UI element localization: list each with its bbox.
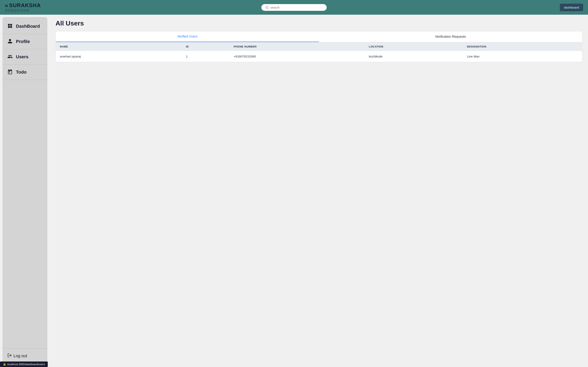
search-container bbox=[261, 4, 327, 11]
status-bar: 🔒 localhost:3000/dashboard/users bbox=[0, 361, 48, 367]
sidebar-users-label: Users bbox=[16, 54, 28, 59]
logo-container: « SURAKSHA SURAKSHA bbox=[5, 2, 41, 13]
person-icon bbox=[7, 39, 13, 45]
main-content: All Users Verified Users Verification Re… bbox=[50, 15, 588, 367]
svg-rect-3 bbox=[10, 24, 12, 26]
search-box bbox=[261, 4, 327, 11]
sidebar: DashBoard Profile Users bbox=[2, 17, 47, 365]
table-header-row: NAME ID PHONE NUMBER LOCATION DESIGNATIO… bbox=[56, 42, 582, 51]
svg-rect-5 bbox=[10, 26, 12, 28]
logo-chevrons: « bbox=[5, 2, 8, 9]
cell-name: sreehari jayaraj bbox=[56, 51, 182, 62]
tabs: Verified Users Verification Requests bbox=[56, 31, 582, 42]
col-designation: DESIGNATION bbox=[463, 42, 582, 51]
logo-reflection: SURAKSHA bbox=[5, 8, 30, 13]
sidebar-todo-label: Todo bbox=[16, 69, 26, 75]
search-icon bbox=[265, 6, 269, 9]
layout: DashBoard Profile Users bbox=[0, 15, 588, 367]
cell-designation: Line Man bbox=[463, 51, 582, 62]
users-table: NAME ID PHONE NUMBER LOCATION DESIGNATIO… bbox=[56, 42, 582, 62]
people-icon bbox=[7, 54, 13, 60]
col-id: ID bbox=[182, 42, 229, 51]
sidebar-item-dashboard[interactable]: DashBoard bbox=[2, 19, 47, 34]
sidebar-item-users[interactable]: Users bbox=[2, 49, 47, 65]
sidebar-item-profile[interactable]: Profile bbox=[2, 34, 47, 49]
sidebar-profile-label: Profile bbox=[16, 39, 30, 44]
page-title: All Users bbox=[56, 20, 582, 27]
col-phone: PHONE NUMBER bbox=[229, 42, 365, 51]
col-name: NAME bbox=[56, 42, 182, 51]
svg-line-1 bbox=[268, 8, 268, 8]
sidebar-item-todo[interactable]: Todo bbox=[2, 65, 47, 80]
tab-verified-users[interactable]: Verified Users bbox=[56, 31, 319, 42]
table-card: Verified Users Verification Requests NAM… bbox=[56, 31, 582, 62]
lock-icon: 🔒 bbox=[3, 363, 6, 366]
status-url: localhost:3000/dashboard/users bbox=[7, 363, 45, 366]
svg-rect-2 bbox=[8, 24, 10, 26]
tab-verification-requests[interactable]: Verification Requests bbox=[319, 31, 582, 42]
table-row: sreehari jayaraj 1 +918078153360 kozhiko… bbox=[56, 51, 582, 62]
calendar-icon bbox=[7, 69, 13, 75]
sidebar-dashboard-label: DashBoard bbox=[16, 24, 40, 29]
svg-rect-4 bbox=[8, 26, 10, 28]
header: « SURAKSHA SURAKSHA dashboard bbox=[0, 0, 588, 15]
cell-location: kozhikode bbox=[365, 51, 463, 62]
cell-phone: +918078153360 bbox=[229, 51, 365, 62]
logout-icon bbox=[7, 353, 12, 359]
logout-label: Log out bbox=[13, 354, 27, 358]
dashboard-button[interactable]: dashboard bbox=[560, 4, 583, 11]
search-input[interactable] bbox=[270, 6, 323, 9]
grid-icon bbox=[7, 23, 13, 29]
cell-id: 1 bbox=[182, 51, 229, 62]
logout-button[interactable]: Log out bbox=[2, 349, 47, 363]
logo: « SURAKSHA bbox=[5, 2, 41, 9]
col-location: LOCATION bbox=[365, 42, 463, 51]
